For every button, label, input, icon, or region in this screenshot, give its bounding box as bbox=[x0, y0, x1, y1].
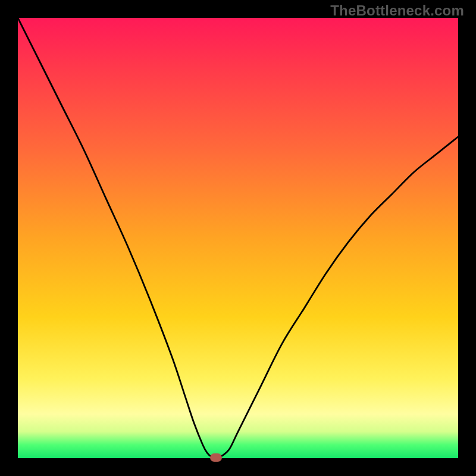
watermark: TheBottleneck.com bbox=[330, 2, 464, 19]
bottleneck-curve bbox=[18, 18, 458, 458]
curve-path bbox=[18, 18, 458, 458]
chart-frame: TheBottleneck.com bbox=[0, 0, 476, 476]
min-marker bbox=[210, 453, 222, 462]
plot-area bbox=[18, 18, 458, 458]
